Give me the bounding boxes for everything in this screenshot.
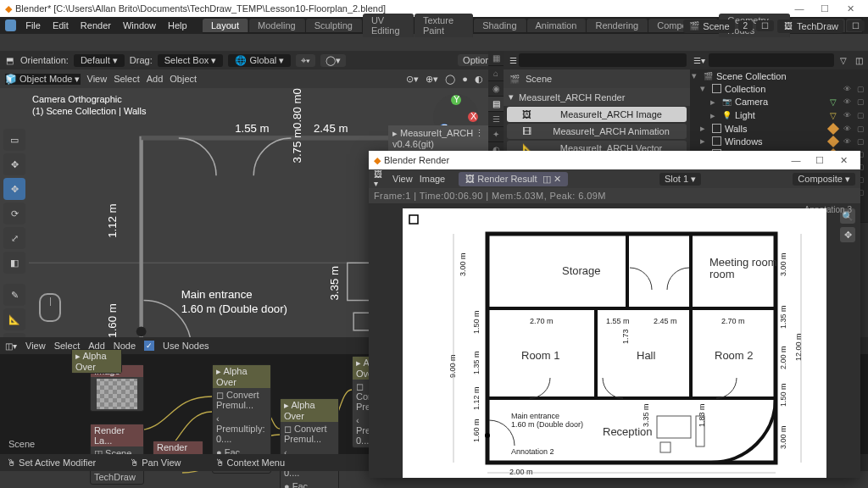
tool-scale[interactable]: ⤢ [3,227,25,249]
menu-help[interactable]: Help [162,20,193,30]
window-title: Blender* [C:\Users\Allan Brito\Documents… [15,3,386,14]
outliner-search[interactable] [709,53,834,67]
mode-dropdown[interactable]: 🧊 Object Mode ▾ [5,74,81,85]
svg-text:1.73: 1.73 [621,329,630,344]
viewport-header-1: ⬒ Orientation: Default ▾ Drag: Select Bo… [0,51,504,69]
render-stats: Frame:1 | Time:00:06.90 | Mem:5.03M, Pea… [369,188,860,203]
rwin-max[interactable]: ☐ [808,155,832,166]
minimize-button[interactable]: — [787,3,812,14]
pass-selector[interactable]: Composite ▾ [793,173,855,186]
use-nodes-check[interactable]: ✓ [144,341,154,351]
menu-file[interactable]: File [19,20,47,30]
proportional-button[interactable]: ◯▾ [320,54,346,67]
proptab-4[interactable]: ☰ [488,112,504,127]
menu-render[interactable]: Render [75,20,117,30]
proptab-2[interactable]: ◉ [488,81,504,97]
drag-dropdown[interactable]: Select Box ▾ [158,54,224,67]
rwin-min[interactable]: — [784,155,808,165]
new-viewlayer-button[interactable]: ☐ [847,20,865,31]
maximize-button[interactable]: ☐ [812,3,837,14]
proptab-3[interactable]: ▤ [488,97,504,112]
shading-solid[interactable]: ● [462,74,468,84]
svg-rect-37 [657,416,691,438]
slot-selector[interactable]: Slot 1 ▾ [659,173,701,186]
node-alphaover-0[interactable]: ▸ Alpha Over [71,349,122,374]
rwin-close[interactable]: ✕ [832,155,855,166]
svg-text:1.83 m: 1.83 m [698,403,706,427]
proptab-1[interactable]: ⌂ [488,66,504,81]
tool-annotate[interactable]: ✎ [3,284,25,306]
vpmenu-add[interactable]: Add [147,74,164,84]
svg-text:3.00 m: 3.00 m [779,252,787,276]
editor-icon[interactable]: ◫▾ [5,340,17,352]
shading-matprev[interactable]: ◐ [475,74,483,85]
tool-select[interactable]: ▭ [3,129,25,151]
svg-text:2.00 m: 2.00 m [509,468,533,476]
tab-animation[interactable]: Animation [527,19,587,32]
filter-icon[interactable]: ▽ [837,54,849,66]
new-collection-icon[interactable]: ◫ [853,54,865,66]
svg-text:1.12 m: 1.12 m [106,203,119,238]
svg-text:3.35 m: 3.35 m [642,403,650,427]
outliner-row[interactable]: ▸💡Light▽👁▢ [690,108,868,122]
tool-cursor[interactable]: ✥ [3,153,25,175]
renderitem-animation[interactable]: 🎞MeasureIt_ARCH Animation [507,124,687,139]
tab-texture[interactable]: Texture Paint [415,14,473,37]
svg-text:Hall: Hall [637,349,656,362]
tool-transform[interactable]: ◧ [3,252,25,274]
gizmo-toggle[interactable]: ⊕▾ [426,74,438,85]
vpmenu-view[interactable]: View [87,74,108,84]
transform-orientation[interactable]: 🌐 Global ▾ [228,54,291,67]
svg-text:1.50 m: 1.50 m [779,383,787,407]
orientation-label: Orientation: [20,55,69,65]
tool-measure[interactable]: 📐 [3,308,25,330]
proptab-5[interactable]: ✦ [488,127,504,142]
prop-search[interactable] [519,53,687,67]
render-titlebar: ◆ Blender Render — ☐ ✕ [369,151,860,169]
render-view[interactable]: 🔍 ✥ Annotation 3 Storage Meeting room ro… [369,203,860,478]
tab-sculpting[interactable]: Sculpting [306,19,362,32]
rmenu-image[interactable]: Image [420,174,446,184]
menu-window[interactable]: Window [117,20,162,30]
mouse-hint-icon [39,293,61,322]
outliner-row[interactable]: ▸Walls👁▢ [690,122,868,135]
blender-logo-icon [5,19,16,31]
rmenu-view[interactable]: View [392,174,413,184]
outliner-row[interactable]: ▾Collection👁▢ [690,82,868,95]
node-alphaover-2[interactable]: ▸ Alpha Over ◻ Convert Premul... ‹ Premu… [280,398,339,488]
proptab-0[interactable]: ▦ [488,51,504,66]
tool-move[interactable]: ✥ [3,178,25,200]
tab-modeling[interactable]: Modeling [249,19,305,32]
tool-rotate[interactable]: ⟳ [3,202,25,225]
viewlayer-selector[interactable]: 🖼TechDraw [777,19,843,33]
new-scene-button[interactable]: ☐ [756,20,774,31]
menu-edit[interactable]: Edit [47,20,75,30]
editor-type-icon[interactable]: ⬒ [3,54,15,66]
render-window[interactable]: ◆ Blender Render — ☐ ✕ 🖼▾ View Image 🖼 R… [369,151,860,478]
vpmenu-select[interactable]: Select [114,74,140,84]
tab-uv[interactable]: UV Editing [363,14,414,37]
rhdr-editor-icon[interactable]: 🖼▾ [374,173,386,185]
tab-layout[interactable]: Layout [203,19,248,32]
tab-rendering[interactable]: Rendering [587,19,648,32]
svg-text:3.00 m: 3.00 m [459,252,467,276]
svg-text:X: X [470,111,477,121]
vpmenu-object[interactable]: Object [170,74,197,84]
render-section[interactable]: MeasureIt_ARCH Render [519,92,625,103]
snap-button[interactable]: ⌖▾ [296,54,315,67]
orientation-dropdown[interactable]: Default ▾ [74,54,125,67]
scene-count[interactable]: 2 [738,20,754,31]
close-button[interactable]: ✕ [837,3,863,14]
outliner-row[interactable]: ▸📷Camera▽👁▢ [690,95,868,108]
outliner-row[interactable]: ▸Windows👁▢ [690,135,868,147]
svg-text:2.45 m: 2.45 m [314,122,348,135]
render-result-pill[interactable]: 🖼 Render Result ◫ ✕ [459,172,568,186]
rnav-pan[interactable]: ✥ [840,227,855,242]
svg-point-4 [136,326,147,336]
overlay-toggle[interactable]: ⊙▾ [406,74,419,85]
tab-shading[interactable]: Shading [474,19,526,32]
renderitem-image[interactable]: 🖼MeasureIt_ARCH Image [507,107,687,122]
cmenu-view[interactable]: View [25,341,46,351]
scene-selector[interactable]: 🎬Scene [683,19,734,33]
shading-wire[interactable]: ◯ [445,74,455,85]
